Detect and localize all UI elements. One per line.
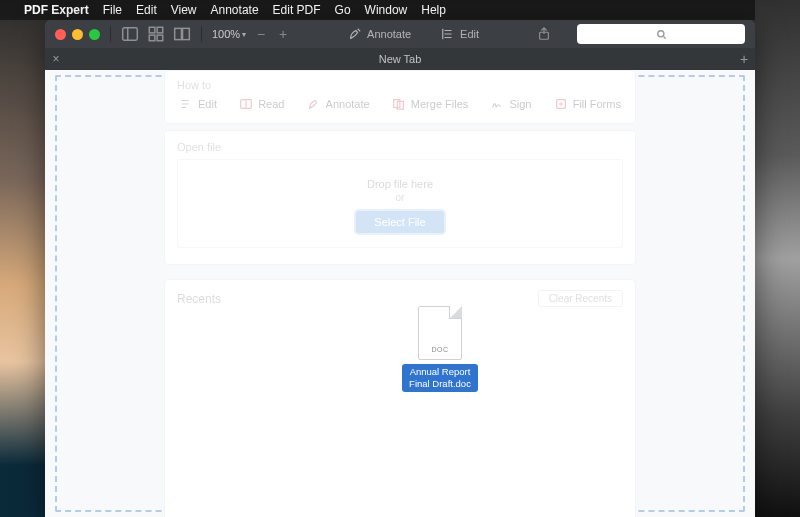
svg-rect-5 [157,35,163,41]
menu-window[interactable]: Window [365,3,408,17]
menu-edit-pdf[interactable]: Edit PDF [273,3,321,17]
howto-sign[interactable]: Sign [490,97,531,111]
svg-rect-2 [149,27,155,33]
window-titlebar: 100% ▾ − + Annotate Edit [45,20,755,48]
clear-recents-button[interactable]: Clear Recents [538,290,623,307]
toolbar-separator [201,26,202,42]
search-icon [656,29,667,40]
svg-rect-7 [183,28,190,39]
content-area: How to Edit Read Annotate [45,70,755,517]
howto-read-label: Read [258,98,284,110]
menu-view[interactable]: View [171,3,197,17]
howto-title: How to [177,79,623,91]
svg-point-9 [657,30,663,36]
drop-or: or [178,192,622,203]
dragged-file[interactable]: DOC Annual Report Final Draft.doc [402,306,478,392]
menu-go[interactable]: Go [335,3,351,17]
toolbar-separator [110,26,111,42]
zoom-value: 100% [212,28,240,40]
tab-title[interactable]: New Tab [67,53,733,65]
howto-edit-label: Edit [198,98,217,110]
dragged-file-name: Annual Report Final Draft.doc [402,364,478,392]
two-page-view-icon[interactable] [173,25,191,43]
svg-rect-0 [123,28,138,40]
howto-merge[interactable]: Merge Files [392,97,468,111]
menu-help[interactable]: Help [421,3,446,17]
edit-mode-button[interactable]: Edit [441,27,479,41]
howto-fillforms-label: Fill Forms [573,98,621,110]
zoom-out-button[interactable]: − [254,26,268,42]
sidebar-toggle-icon[interactable] [121,25,139,43]
drop-zone[interactable]: Drop file here or Select File [177,159,623,248]
read-icon [239,97,253,111]
svg-rect-4 [149,35,155,41]
chevron-down-icon: ▾ [242,30,246,39]
howto-fillforms[interactable]: Fill Forms [554,97,621,111]
howto-merge-label: Merge Files [411,98,468,110]
recents-card: Recents Clear Recents [164,279,636,517]
tab-bar: × New Tab + [45,48,755,70]
window-controls [55,29,100,40]
menu-file[interactable]: File [103,3,122,17]
annotate-label: Annotate [367,28,411,40]
svg-rect-3 [157,27,163,33]
fullscreen-window-button[interactable] [89,29,100,40]
select-file-button[interactable]: Select File [356,211,443,233]
thumbnails-view-icon[interactable] [147,25,165,43]
dragged-file-name-line2: Final Draft.doc [409,378,471,389]
howto-edit[interactable]: Edit [179,97,217,111]
menu-edit[interactable]: Edit [136,3,157,17]
edit-icon [179,97,193,111]
menu-annotate[interactable]: Annotate [211,3,259,17]
new-tab-button[interactable]: + [733,51,755,67]
howto-card: How to Edit Read Annotate [164,70,636,124]
dragged-file-name-line1: Annual Report [410,366,471,377]
annotate-mode-button[interactable]: Annotate [348,27,411,41]
howto-annotate-label: Annotate [326,98,370,110]
openfile-title: Open file [177,141,623,153]
svg-line-10 [663,36,665,38]
app-window: 100% ▾ − + Annotate Edit × New Tab + How [45,20,755,517]
merge-icon [392,97,406,111]
zoom-in-button[interactable]: + [276,26,290,42]
document-icon: DOC [418,306,462,360]
minimize-window-button[interactable] [72,29,83,40]
close-tab-button[interactable]: × [45,52,67,66]
document-extension: DOC [419,346,461,353]
app-name[interactable]: PDF Expert [24,3,89,17]
svg-rect-6 [175,28,182,39]
howto-annotate[interactable]: Annotate [307,97,370,111]
edit-label: Edit [460,28,479,40]
desktop-background-right [755,0,800,517]
howto-read[interactable]: Read [239,97,284,111]
close-window-button[interactable] [55,29,66,40]
macos-menubar: PDF Expert File Edit View Annotate Edit … [0,0,800,20]
howto-sign-label: Sign [509,98,531,110]
drop-hint: Drop file here [178,178,622,190]
recents-title: Recents [177,292,221,306]
zoom-level[interactable]: 100% ▾ [212,28,246,40]
openfile-card: Open file Drop file here or Select File [164,130,636,265]
search-field[interactable] [577,24,745,44]
annotate-icon [307,97,321,111]
share-icon[interactable] [537,27,551,41]
fillforms-icon [554,97,568,111]
sign-icon [490,97,504,111]
